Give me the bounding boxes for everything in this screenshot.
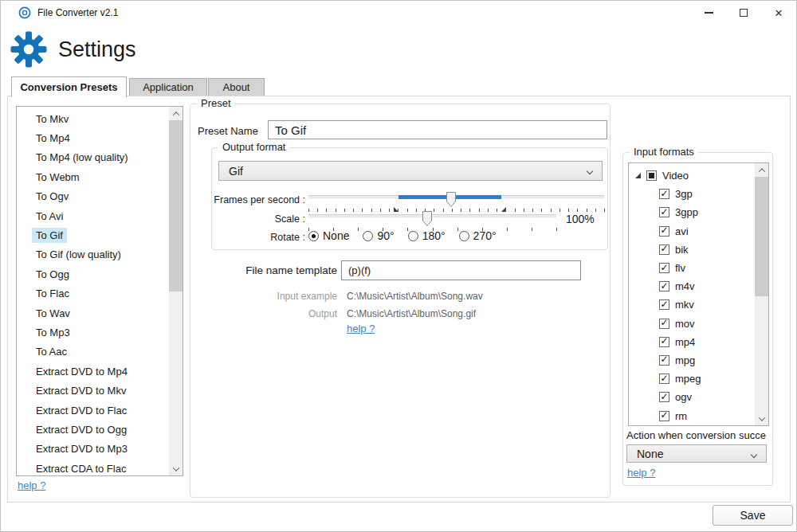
scroll-down-button[interactable] — [169, 462, 183, 475]
checkbox-checked-icon[interactable] — [659, 319, 669, 329]
list-item-label: To Mp3 — [32, 325, 74, 340]
list-item-label: To Mp4 (low quality) — [32, 150, 132, 165]
rotate-option[interactable]: 90° — [363, 229, 394, 242]
preset-list[interactable]: To MkvTo Mp4To Mp4 (low quality)To WebmT… — [16, 106, 183, 476]
tree-row[interactable]: mp4 — [629, 333, 755, 351]
scroll-up-button[interactable] — [755, 163, 768, 177]
preset-name-input[interactable] — [268, 120, 607, 139]
checkbox-checked-icon[interactable] — [659, 374, 669, 384]
scroll-thumb[interactable] — [755, 177, 768, 296]
action-select[interactable]: None — [626, 444, 767, 463]
formats-scrollbar[interactable] — [755, 163, 768, 425]
filename-help-link[interactable]: help ? — [347, 323, 375, 334]
close-button[interactable]: ✕ — [761, 1, 796, 25]
tree-expander-icon[interactable] — [635, 173, 641, 178]
list-item[interactable]: To Avi — [17, 206, 169, 225]
list-item[interactable]: To Gif — [17, 225, 169, 244]
checkbox-checked-icon[interactable] — [659, 355, 669, 366]
list-item[interactable]: Extract DVD to Mp4 — [17, 362, 169, 381]
scale-slider-thumb[interactable] — [422, 211, 432, 226]
list-item[interactable]: To Webm — [17, 167, 169, 186]
list-item[interactable]: To Flac — [17, 284, 169, 303]
radio-icon[interactable] — [408, 231, 418, 241]
scale-slider[interactable] — [308, 210, 556, 225]
tab-application[interactable]: Application — [129, 78, 207, 96]
tree-row[interactable]: flv — [629, 259, 755, 277]
tree-row[interactable]: 3gpp — [629, 203, 755, 221]
list-item[interactable]: Extract DVD to Ogg — [17, 420, 169, 439]
checkbox-checked-icon[interactable] — [659, 207, 669, 217]
save-button[interactable]: Save — [713, 505, 793, 526]
tree-row[interactable]: ogv — [629, 388, 755, 406]
fps-slider-thumb[interactable] — [446, 192, 456, 207]
tick-mark — [577, 209, 578, 212]
scroll-thumb[interactable] — [169, 120, 183, 291]
list-item[interactable]: To Ogg — [17, 264, 169, 284]
tree-row[interactable]: mpeg — [629, 370, 755, 388]
minimize-button[interactable] — [691, 1, 726, 25]
list-item[interactable]: To Mp4 — [17, 128, 169, 147]
tab-conversion-presets[interactable]: Conversion Presets — [11, 76, 127, 97]
tab-about[interactable]: About — [208, 78, 265, 96]
tree-row[interactable]: rm — [629, 406, 755, 424]
tree-row[interactable]: mpg — [629, 351, 755, 370]
scroll-up-button[interactable] — [169, 107, 183, 120]
output-format-value: Gif — [229, 165, 243, 178]
formats-tree[interactable]: Video 3gp3gppavibikflvm4vmkvmovmp4mpgmpe… — [628, 162, 769, 426]
tree-row[interactable]: 3gp — [629, 185, 755, 203]
tree-row[interactable]: mkv — [629, 295, 755, 314]
action-on-success-label: Action when conversion succe — [626, 429, 771, 441]
radio-icon[interactable] — [308, 231, 319, 241]
checkbox-checked-icon[interactable] — [659, 281, 669, 291]
rotate-option[interactable]: 270° — [459, 229, 497, 242]
list-item[interactable]: To Aac — [17, 342, 169, 362]
checkbox-indeterminate-icon[interactable] — [646, 170, 657, 181]
scale-slider-track[interactable] — [308, 214, 556, 218]
fps-label: Frames per second : — [212, 194, 305, 205]
radio-icon[interactable] — [363, 231, 373, 241]
list-item[interactable]: To Wav — [17, 303, 169, 323]
list-item[interactable]: Extract DVD to Mkv — [17, 381, 169, 400]
checkbox-checked-icon[interactable] — [659, 189, 669, 199]
checkbox-checked-icon[interactable] — [659, 337, 669, 347]
rotate-option[interactable]: None — [308, 229, 349, 242]
list-item[interactable]: To Mp4 (low quality) — [17, 148, 169, 167]
tree-row[interactable]: bik — [629, 241, 755, 259]
tree-row[interactable]: mov — [629, 315, 755, 333]
list-item-label: To Webm — [32, 170, 84, 185]
checkbox-checked-icon[interactable] — [659, 299, 669, 310]
fps-slider[interactable] — [308, 191, 604, 206]
window-title: File Converter v2.1 — [37, 7, 118, 18]
rotate-option[interactable]: 180° — [408, 229, 446, 242]
titlebar: File Converter v2.1 ✕ — [1, 1, 796, 25]
scroll-down-button[interactable] — [755, 412, 768, 425]
tree-row[interactable]: avi — [629, 222, 755, 241]
checkbox-checked-icon[interactable] — [659, 244, 669, 255]
presets-help-link[interactable]: help ? — [18, 479, 45, 491]
tree-row[interactable]: m4v — [629, 277, 755, 295]
filename-template-input[interactable] — [341, 260, 581, 280]
checkbox-checked-icon[interactable] — [659, 411, 669, 421]
maximize-button[interactable] — [726, 1, 761, 25]
radio-icon[interactable] — [459, 231, 469, 241]
input-formats-help-link[interactable]: help ? — [627, 467, 655, 479]
tree-root-row[interactable]: Video — [629, 166, 755, 185]
list-item-label: To Mp4 — [32, 131, 74, 146]
list-item[interactable]: To Mp3 — [17, 323, 169, 342]
list-item-label: To Avi — [32, 209, 67, 224]
list-item[interactable]: To Gif (low quality) — [17, 245, 169, 264]
tick-mark — [587, 209, 587, 212]
checkbox-checked-icon[interactable] — [659, 263, 669, 273]
list-item[interactable]: To Ogv — [17, 187, 169, 206]
chevron-down-icon — [587, 168, 593, 174]
list-item[interactable]: Extract CDA to Flac — [17, 459, 169, 476]
preset-list-scrollbar[interactable] — [169, 107, 183, 475]
output-format-select[interactable]: Gif — [218, 161, 603, 181]
tree-row-label: ogv — [675, 391, 692, 403]
checkbox-checked-icon[interactable] — [659, 392, 669, 402]
checkbox-checked-icon[interactable] — [659, 226, 669, 237]
tree-row-label: flv — [675, 262, 685, 274]
list-item[interactable]: To Mkv — [17, 109, 169, 128]
list-item[interactable]: Extract DVD to Flac — [17, 401, 169, 420]
list-item[interactable]: Extract DVD to Mp3 — [17, 440, 169, 459]
